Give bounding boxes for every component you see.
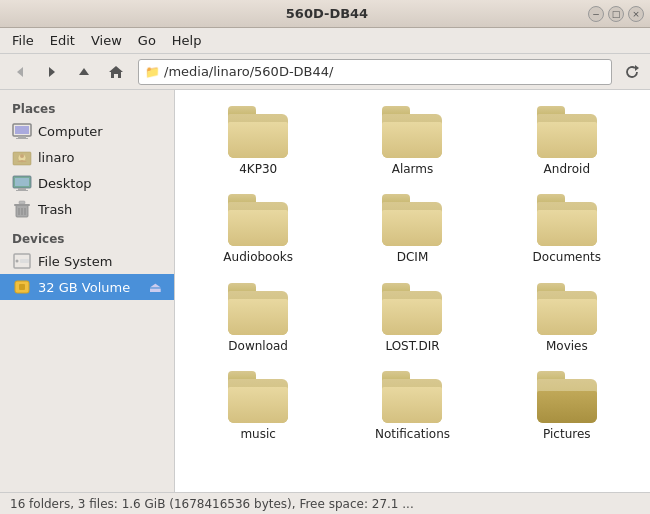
- folder-name-4kp30: 4KP30: [239, 162, 277, 176]
- svg-rect-7: [18, 136, 26, 138]
- forward-icon: [45, 65, 59, 79]
- folder-icon-notifications: [382, 371, 442, 423]
- home-icon: [108, 64, 124, 79]
- sidebar-computer-label: Computer: [38, 124, 103, 139]
- folder-icon-alarms: [382, 106, 442, 158]
- folder-name-download: Download: [228, 339, 288, 353]
- status-text: 16 folders, 3 files: 1.6 GiB (1678416536…: [10, 497, 414, 511]
- reload-button[interactable]: [620, 60, 644, 84]
- svg-marker-1: [49, 67, 55, 77]
- svg-rect-6: [15, 126, 29, 134]
- folder-icon-pictures: [537, 371, 597, 423]
- folder-icon-4kp30: [228, 106, 288, 158]
- menu-file[interactable]: File: [4, 30, 42, 51]
- svg-rect-26: [19, 284, 25, 290]
- folder-name-notifications: Notifications: [375, 427, 450, 441]
- back-icon: [13, 65, 27, 79]
- svg-rect-18: [19, 201, 25, 204]
- places-header: Places: [0, 98, 174, 118]
- folder-name-lostdir: LOST.DIR: [385, 339, 439, 353]
- eject-button[interactable]: ⏏: [149, 279, 162, 295]
- svg-marker-3: [109, 66, 123, 78]
- address-bar[interactable]: 📁 /media/linaro/560D-DB44/: [138, 59, 612, 85]
- sidebar-desktop-label: Desktop: [38, 176, 92, 191]
- close-button[interactable]: ×: [628, 6, 644, 22]
- home-button[interactable]: [102, 58, 130, 86]
- svg-rect-24: [20, 259, 29, 263]
- folder-item-notifications[interactable]: Notifications: [337, 365, 487, 447]
- sidebar: Places Computer: [0, 90, 175, 492]
- svg-point-11: [20, 154, 24, 158]
- up-icon: [77, 65, 91, 79]
- svg-marker-2: [79, 68, 89, 75]
- folder-name-dcim: DCIM: [397, 250, 429, 264]
- statusbar: 16 folders, 3 files: 1.6 GiB (1678416536…: [0, 492, 650, 514]
- sidebar-item-filesystem[interactable]: File System: [0, 248, 174, 274]
- desktop-icon: [12, 173, 32, 193]
- sidebar-linaro-label: linaro: [38, 150, 74, 165]
- folder-item-android[interactable]: Android: [492, 100, 642, 182]
- svg-rect-15: [16, 190, 28, 191]
- sidebar-item-32gb[interactable]: 32 GB Volume ⏏: [0, 274, 174, 300]
- computer-icon: [12, 121, 32, 141]
- folder-item-dcim[interactable]: DCIM: [337, 188, 487, 270]
- sidebar-item-desktop[interactable]: Desktop: [0, 170, 174, 196]
- address-text: /media/linaro/560D-DB44/: [164, 64, 605, 79]
- menubar: File Edit View Go Help: [0, 28, 650, 54]
- usb-drive-icon: [12, 277, 32, 297]
- sidebar-item-computer[interactable]: Computer: [0, 118, 174, 144]
- menu-edit[interactable]: Edit: [42, 30, 83, 51]
- svg-rect-14: [18, 188, 26, 190]
- filesystem-icon: [12, 251, 32, 271]
- folder-icon-movies: [537, 283, 597, 335]
- content-area: 4KP30 Alarms Android: [175, 90, 650, 492]
- folder-grid: 4KP30 Alarms Android: [183, 100, 642, 448]
- window-title: 560D-DB44: [66, 6, 588, 21]
- main-layout: Places Computer: [0, 90, 650, 492]
- folder-item-documents[interactable]: Documents: [492, 188, 642, 270]
- svg-marker-0: [17, 67, 23, 77]
- folder-icon-android: [537, 106, 597, 158]
- folder-icon-download: [228, 283, 288, 335]
- folder-item-alarms[interactable]: Alarms: [337, 100, 487, 182]
- folder-name-music: music: [240, 427, 275, 441]
- titlebar: 560D-DB44 − □ ×: [0, 0, 650, 28]
- folder-item-movies[interactable]: Movies: [492, 277, 642, 359]
- menu-go[interactable]: Go: [130, 30, 164, 51]
- up-button[interactable]: [70, 58, 98, 86]
- svg-marker-4: [635, 65, 639, 71]
- sidebar-item-linaro[interactable]: linaro: [0, 144, 174, 170]
- folder-name-movies: Movies: [546, 339, 588, 353]
- reload-icon: [624, 64, 640, 80]
- folder-name-audiobooks: Audiobooks: [223, 250, 293, 264]
- folder-name-alarms: Alarms: [392, 162, 434, 176]
- back-button[interactable]: [6, 58, 34, 86]
- menu-view[interactable]: View: [83, 30, 130, 51]
- folder-item-download[interactable]: Download: [183, 277, 333, 359]
- toolbar: 📁 /media/linaro/560D-DB44/: [0, 54, 650, 90]
- sidebar-filesystem-label: File System: [38, 254, 112, 269]
- window-controls: − □ ×: [588, 6, 644, 22]
- minimize-button[interactable]: −: [588, 6, 604, 22]
- folder-name-documents: Documents: [533, 250, 601, 264]
- linaro-icon: [12, 147, 32, 167]
- folder-icon-documents: [537, 194, 597, 246]
- forward-button[interactable]: [38, 58, 66, 86]
- folder-icon-music: [228, 371, 288, 423]
- folder-item-pictures[interactable]: Pictures: [492, 365, 642, 447]
- folder-item-audiobooks[interactable]: Audiobooks: [183, 188, 333, 270]
- svg-rect-17: [14, 204, 30, 206]
- folder-item-4kp30[interactable]: 4KP30: [183, 100, 333, 182]
- svg-rect-8: [16, 138, 28, 139]
- folder-icon-dcim: [382, 194, 442, 246]
- trash-icon: [12, 199, 32, 219]
- folder-item-lostdir[interactable]: LOST.DIR: [337, 277, 487, 359]
- sidebar-32gb-label: 32 GB Volume: [38, 280, 130, 295]
- svg-point-23: [16, 260, 19, 263]
- sidebar-item-trash[interactable]: Trash: [0, 196, 174, 222]
- menu-help[interactable]: Help: [164, 30, 210, 51]
- folder-item-music[interactable]: music: [183, 365, 333, 447]
- maximize-button[interactable]: □: [608, 6, 624, 22]
- folder-name-android: Android: [544, 162, 590, 176]
- folder-icon-audiobooks: [228, 194, 288, 246]
